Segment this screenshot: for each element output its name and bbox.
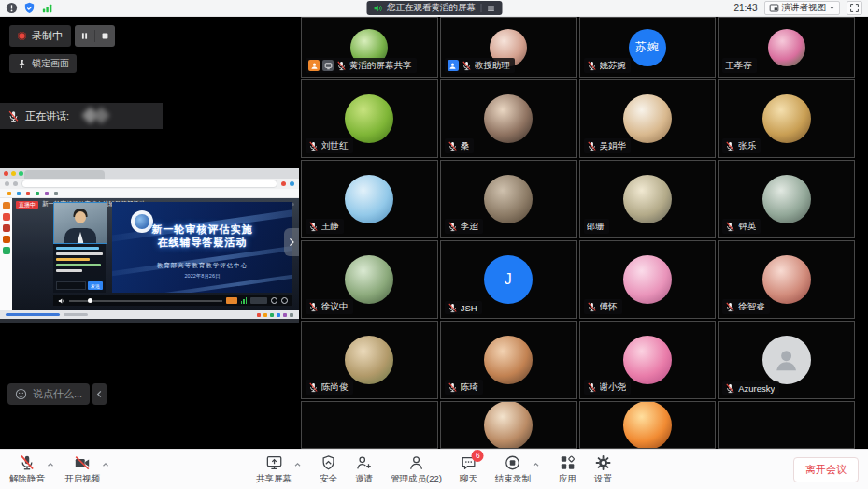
meeting-window: 您正在观看黄滔的屏幕 21:43 演讲者视图 录制中 (0, 0, 868, 489)
participant-avatar: J (484, 255, 533, 304)
mic-muted-icon (462, 61, 472, 71)
settings-button[interactable]: 设置 (594, 454, 612, 485)
invite-user-icon (355, 454, 373, 472)
browser-sidebar-apps (0, 198, 12, 310)
participant-tile[interactable]: 李迢 (440, 160, 577, 238)
gear-icon (594, 454, 612, 472)
participant-name: 傅怀 (600, 301, 618, 313)
share-screen-button[interactable]: 共享屏幕 (256, 454, 302, 485)
participant-tile[interactable] (440, 401, 577, 449)
participant-grid: 黄滔的屏幕共享教授助理苏婉姚苏婉王孝存刘世红桑吴娟华张乐王静李迢邵珊钟英徐议中J… (301, 17, 855, 449)
shared-screen-preview[interactable]: 直播中 新一轮审核评估实施在线辅导答疑活动 发送 (0, 168, 299, 323)
participant-name-chip: 钟英 (722, 219, 761, 234)
participant-avatar (484, 94, 533, 143)
invite-button[interactable]: 邀请 (355, 454, 373, 485)
mic-options-chevron[interactable] (46, 460, 55, 469)
participant-name: 李迢 (461, 221, 478, 233)
screen-watch-banner[interactable]: 您正在观看黄滔的屏幕 (366, 1, 502, 15)
mic-muted-icon (336, 61, 347, 71)
participant-tile[interactable]: 陈琦 (440, 321, 577, 399)
participant-name-chip: 陈尚俊 (306, 380, 353, 395)
participant-tile[interactable]: 刘世红 (301, 79, 438, 158)
apps-button[interactable]: 应用 (559, 454, 576, 485)
participant-tile[interactable] (301, 401, 438, 449)
stop-record-icon (504, 454, 521, 472)
network-signal-icon[interactable] (41, 2, 53, 14)
live-badge: 直播中 (16, 201, 38, 209)
start-video-button[interactable]: 开启视频 (64, 454, 110, 485)
stop-recording-button[interactable] (95, 25, 115, 47)
mic-muted-icon (725, 222, 735, 232)
participant-tile[interactable]: 王孝存 (718, 17, 855, 78)
participant-tile[interactable]: 钟英 (718, 160, 855, 238)
slide-title: 新一轮审核评估实施 在线辅导答疑活动 (112, 223, 292, 249)
participant-name: Azuresky (738, 383, 775, 394)
participant-tile[interactable]: 桑 (440, 79, 577, 158)
participant-name: 陈尚俊 (321, 381, 349, 394)
stop-record-button[interactable]: 结束录制 (495, 454, 541, 485)
participant-tile[interactable]: 苏婉姚苏婉 (579, 17, 717, 78)
mic-muted-icon (725, 302, 735, 312)
participant-name: 徐智睿 (738, 301, 765, 313)
clock: 21:43 (733, 3, 757, 13)
participant-tile[interactable]: 邵珊 (579, 160, 717, 238)
shield-icon[interactable] (23, 2, 36, 14)
info-icon[interactable] (6, 2, 18, 14)
participant-name: 桑 (461, 140, 470, 152)
participant-avatar (623, 336, 672, 384)
participant-tile[interactable]: 傅怀 (579, 240, 717, 319)
participant-tile[interactable] (718, 401, 855, 449)
presenter-webcam (53, 202, 107, 244)
pause-recording-button[interactable] (75, 25, 94, 47)
participant-avatar (623, 175, 672, 223)
unmute-button[interactable]: 解除静音 (9, 454, 55, 485)
video-options-chevron[interactable] (101, 460, 110, 469)
participant-name: 钟英 (738, 221, 756, 233)
security-button[interactable]: 安全 (320, 454, 337, 485)
participant-name: 姚苏婉 (600, 60, 627, 72)
chat-button[interactable]: 6聊天 (460, 454, 477, 485)
members-button[interactable]: 管理成员(22) (391, 454, 442, 485)
volume-icon (58, 297, 65, 305)
share-screen-icon (265, 454, 283, 472)
participant-tile[interactable]: 教授助理 (440, 17, 577, 78)
participant-tile[interactable]: 徐智睿 (718, 240, 855, 319)
layout-icon (769, 3, 779, 13)
participant-tile[interactable]: Azuresky (718, 321, 855, 399)
participant-tile[interactable]: 徐议中 (301, 240, 438, 319)
participant-name: 谢小尧 (600, 381, 627, 394)
participant-name: 徐议中 (321, 301, 349, 313)
fullscreen-button[interactable] (847, 1, 862, 15)
participant-tile[interactable]: 吴娟华 (579, 79, 717, 158)
screen-watch-title: 您正在观看黄滔的屏幕 (387, 2, 476, 14)
leave-meeting-button[interactable]: 离开会议 (793, 457, 859, 482)
chevron-up-icon[interactable] (292, 460, 302, 469)
participant-tile[interactable]: 黄滔的屏幕共享 (301, 17, 438, 78)
participant-tile[interactable]: JJSH (440, 240, 577, 319)
recording-label: 录制中 (32, 29, 63, 43)
toolbar-item-label: 聊天 (460, 473, 477, 485)
quick-chat-input[interactable]: 说点什么... (7, 383, 90, 405)
record-dot-icon (18, 32, 26, 40)
next-page-chevron[interactable] (284, 228, 299, 256)
participant-avatar (762, 175, 811, 223)
presentation-slide: 新一轮审核评估实施 在线辅导答疑活动 教育部高等教育教学评估中心 2022年8月… (112, 202, 292, 293)
emoji-icon[interactable] (15, 388, 27, 400)
participant-tile[interactable]: 张乐 (718, 79, 855, 158)
participant-name: 黄滔的屏幕共享 (349, 60, 412, 72)
participant-tile[interactable]: 王静 (301, 160, 438, 238)
participant-tile[interactable]: 陈尚俊 (301, 321, 438, 399)
participant-avatar (762, 336, 811, 384)
banner-menu-icon[interactable] (486, 4, 495, 13)
chat-collapse-button[interactable] (92, 383, 107, 405)
participant-tile[interactable] (579, 401, 717, 449)
lock-view-pill[interactable]: 锁定画面 (9, 54, 77, 73)
mic-muted-icon (308, 382, 319, 393)
participant-tile[interactable]: 谢小尧 (579, 321, 717, 399)
mic-muted-icon (308, 141, 319, 151)
view-mode-switcher[interactable]: 演讲者视图 (764, 1, 841, 15)
participant-avatar (484, 401, 533, 449)
mic-muted-icon (448, 222, 458, 232)
participant-name-chip: 教授助理 (445, 58, 515, 73)
chevron-up-icon[interactable] (532, 460, 541, 469)
